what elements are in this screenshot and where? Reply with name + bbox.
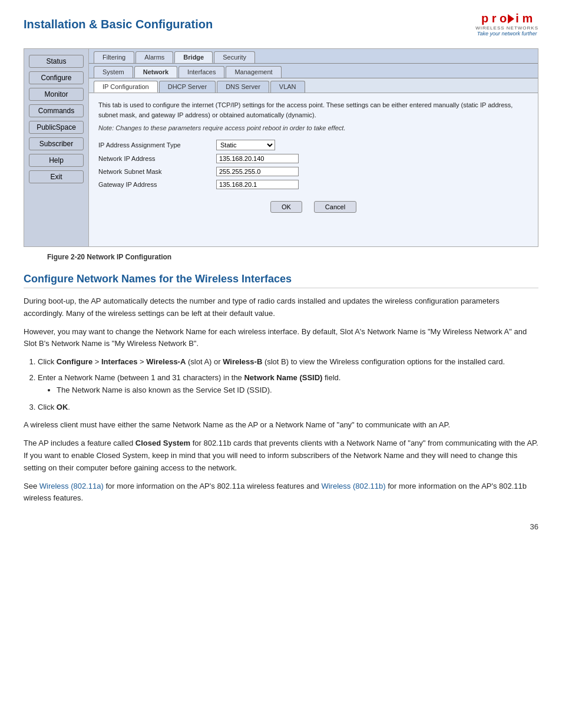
bullet-list: The Network Name is also known as the Se…	[38, 384, 538, 397]
step1-interfaces: Interfaces	[101, 357, 137, 366]
link-wireless-a[interactable]: Wireless (802.11a)	[39, 482, 104, 490]
sub-tab-row: IP Configuration DHCP Server DNS Server …	[89, 78, 538, 93]
logo-area: p r o i m WIRELESS NETWORKS Take your ne…	[475, 12, 538, 37]
field-row-network-ip: Network IP Address	[98, 154, 528, 163]
input-gateway[interactable]	[216, 180, 299, 189]
sub-tab-ip-configuration[interactable]: IP Configuration	[94, 81, 158, 93]
tab-security[interactable]: Security	[214, 51, 255, 63]
tab-network[interactable]: Network	[134, 66, 177, 78]
tab-alarms[interactable]: Alarms	[135, 51, 173, 63]
body-para-1: During boot-up, the AP automatically det…	[24, 295, 538, 320]
step1-wireless-b: Wireless-B	[223, 357, 262, 366]
cancel-button[interactable]: Cancel	[314, 201, 356, 213]
ui-panel: Status Configure Monitor Commands Public…	[24, 48, 538, 247]
sidebar-btn-publicspace[interactable]: PublicSpace	[29, 121, 84, 134]
sub-tab-dhcp-server[interactable]: DHCP Server	[159, 81, 216, 93]
tab-row-1: Filtering Alarms Bridge Security	[89, 49, 538, 64]
body-para-2: However, you may want to change the Netw…	[24, 326, 538, 351]
label-gateway: Gateway IP Address	[98, 181, 216, 188]
tab-management[interactable]: Management	[226, 66, 281, 78]
description-text: This tab is used to configure the intern…	[98, 100, 528, 120]
closed-system-bold: Closed System	[135, 439, 190, 447]
label-ip-type: IP Address Assignment Type	[98, 141, 216, 149]
note-text: Note: Changes to these parameters requir…	[98, 124, 528, 131]
tab-bridge[interactable]: Bridge	[174, 51, 213, 63]
logo-sub: WIRELESS NETWORKS	[475, 25, 538, 31]
figure-caption: Figure 2-20 Network IP Configuration	[47, 253, 538, 261]
logo-tagline: Take your network further	[477, 31, 537, 37]
button-row: OK Cancel	[98, 201, 528, 213]
step-2: Enter a Network Name (between 1 and 31 c…	[38, 372, 538, 397]
sidebar-btn-help[interactable]: Help	[29, 154, 84, 167]
field-row-gateway: Gateway IP Address	[98, 180, 528, 189]
input-network-ip[interactable]	[216, 154, 299, 163]
step3-ok: OK	[57, 403, 68, 411]
input-subnet-mask[interactable]	[216, 167, 299, 176]
step-1: Click Configure > Interfaces > Wireless-…	[38, 356, 538, 368]
tab-row-2: System Network Interfaces Management	[89, 64, 538, 78]
ok-button[interactable]: OK	[270, 201, 302, 213]
field-row-subnet-mask: Network Subnet Mask	[98, 167, 528, 176]
sub-tab-dns-server[interactable]: DNS Server	[217, 81, 269, 93]
step-3: Click OK.	[38, 401, 538, 414]
step1-configure: Configure	[57, 357, 92, 366]
logo-p: p r o	[481, 12, 507, 25]
select-ip-type[interactable]: Static Dynamic	[216, 140, 275, 150]
tab-system[interactable]: System	[94, 66, 133, 78]
field-row-ip-type: IP Address Assignment Type Static Dynami…	[98, 140, 528, 150]
main-content: Filtering Alarms Bridge Security System …	[89, 49, 538, 246]
page-header: Installation & Basic Configuration p r o…	[24, 12, 538, 37]
sidebar-btn-commands[interactable]: Commands	[29, 104, 84, 117]
step1-wireless-a: Wireless-A	[146, 357, 186, 366]
step2-ssid-label: Network Name (SSID)	[244, 373, 322, 382]
section-heading: Configure Network Names for the Wireless…	[24, 273, 538, 288]
tab-filtering[interactable]: Filtering	[94, 51, 134, 63]
sidebar: Status Configure Monitor Commands Public…	[24, 49, 89, 246]
sidebar-btn-subscriber[interactable]: Subscriber	[29, 137, 84, 150]
logo-im: i m	[515, 12, 533, 25]
tab-interfaces[interactable]: Interfaces	[178, 66, 224, 78]
logo-wordmark: p r o i m	[481, 12, 533, 25]
label-network-ip: Network IP Address	[98, 155, 216, 162]
logo-arrow-icon	[508, 14, 514, 24]
sub-tab-vlan[interactable]: VLAN	[270, 81, 305, 93]
sidebar-btn-exit[interactable]: Exit	[29, 170, 84, 183]
steps-list: Click Configure > Interfaces > Wireless-…	[24, 356, 538, 413]
sidebar-btn-configure[interactable]: Configure	[29, 71, 84, 84]
body-para-closed-system: The AP includes a feature called Closed …	[24, 437, 538, 474]
bullet-ssid: The Network Name is also known as the Se…	[57, 384, 538, 397]
page-title: Installation & Basic Configuration	[24, 18, 213, 31]
content-area: This tab is used to configure the intern…	[89, 93, 538, 246]
sidebar-btn-status[interactable]: Status	[29, 55, 84, 68]
label-subnet-mask: Network Subnet Mask	[98, 168, 216, 175]
figure-caption-text: Figure 2-20 Network IP Configuration	[47, 253, 171, 261]
link-wireless-b[interactable]: Wireless (802.11b)	[321, 482, 385, 490]
body-para-any: A wireless client must have either the s…	[24, 419, 538, 431]
sidebar-btn-monitor[interactable]: Monitor	[29, 88, 84, 101]
page-number: 36	[24, 522, 538, 531]
body-para-see: See Wireless (802.11a) for more informat…	[24, 480, 538, 505]
